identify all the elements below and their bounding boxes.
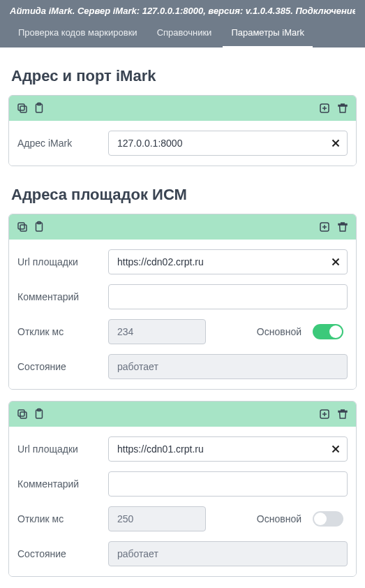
input-state [108,541,348,566]
add-icon[interactable] [318,408,331,420]
label-ping: Отклик мс [17,513,101,524]
label-url: Url площадки [17,443,101,455]
add-icon[interactable] [318,102,331,115]
label-state: Состояние [17,548,101,559]
tab-params[interactable]: Параметры iMark [223,20,313,47]
add-icon[interactable] [318,221,331,233]
clipboard-icon[interactable] [33,221,45,233]
label-url: Url площадки [17,256,101,267]
section-title-ism: Адреса площадок ИСМ [11,186,357,204]
svg-rect-18 [20,412,27,418]
content: Адрес и порт iMark Адрес iMark Адреса пл… [0,67,365,588]
input-url[interactable] [108,436,348,462]
tab-dictionaries[interactable]: Справочники [149,20,221,47]
clear-icon[interactable] [329,256,342,268]
svg-rect-0 [20,106,27,112]
label-address: Адрес iMark [17,138,101,149]
input-url[interactable] [108,249,348,274]
input-ping [108,319,206,344]
clear-icon[interactable] [329,137,342,149]
trash-icon[interactable] [336,102,349,115]
card-head [9,96,356,121]
input-state [108,354,348,379]
label-ping: Отклик мс [17,326,101,337]
tab-check-codes[interactable]: Проверка кодов маркировки [10,20,146,47]
app-title: Айтида iMark. Сервер iMark: 127.0.0.1:80… [10,6,355,20]
card-head [9,214,356,240]
input-comment[interactable] [108,471,348,497]
label-primary: Основной [257,326,301,337]
label-comment: Комментарий [17,478,101,490]
toggle-primary[interactable] [313,511,343,527]
tabs: Проверка кодов маркировки Справочники Па… [10,20,355,47]
svg-rect-1 [18,104,24,110]
topbar: Айтида iMark. Сервер iMark: 127.0.0.1:80… [0,0,365,47]
trash-icon[interactable] [336,408,349,420]
input-imark-address[interactable] [108,131,348,156]
svg-rect-10 [18,223,24,229]
label-comment: Комментарий [17,291,101,302]
input-comment[interactable] [108,284,348,309]
toggle-primary[interactable] [313,324,343,339]
card-imark-address: Адрес iMark [8,95,357,166]
card-ism-1: Url площадки Комментарий Отклик мс Основ… [8,401,357,577]
label-primary: Основной [257,513,301,524]
clipboard-icon[interactable] [33,408,45,420]
input-ping [108,506,206,531]
label-state: Состояние [17,361,101,372]
svg-rect-19 [18,410,24,416]
clipboard-icon[interactable] [33,102,45,115]
card-head [9,402,356,427]
section-title-address: Адрес и порт iMark [11,67,357,85]
trash-icon[interactable] [336,221,349,233]
card-ism-0: Url площадки Комментарий Отклик мс Основ… [8,214,357,390]
copy-icon[interactable] [16,408,29,420]
svg-rect-9 [20,225,27,231]
copy-icon[interactable] [16,221,29,233]
clear-icon[interactable] [329,443,342,455]
copy-icon[interactable] [16,102,29,115]
